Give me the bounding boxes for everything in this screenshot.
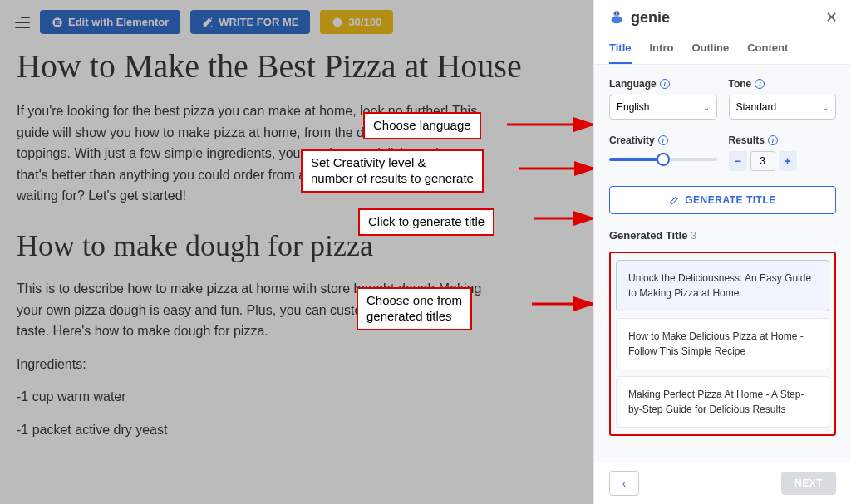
gauge-icon xyxy=(332,17,343,28)
decrement-button[interactable]: − xyxy=(729,151,747,171)
post-title[interactable]: How to Make the Best Pizza at House xyxy=(17,47,577,86)
language-field: Languagei English⌄ xyxy=(609,78,717,120)
slider-thumb[interactable] xyxy=(657,153,670,166)
button-label: WRITE FOR ME xyxy=(219,16,298,28)
generated-title-heading: Generated Title 3 xyxy=(609,229,836,242)
creativity-label: Creativityi xyxy=(609,135,717,146)
back-button[interactable]: ‹ xyxy=(609,471,639,496)
post-heading-2[interactable]: How to make dough for pizza xyxy=(17,228,577,263)
info-icon[interactable]: i xyxy=(660,79,670,89)
paragraph[interactable]: -1 cup warm water xyxy=(17,386,482,408)
creativity-field: Creativityi xyxy=(609,135,717,171)
close-button[interactable]: ✕ xyxy=(825,8,838,27)
svg-point-12 xyxy=(614,13,616,15)
chevron-down-icon: ⌄ xyxy=(822,103,829,112)
editor-toolbar: Edit with Elementor WRITE FOR ME 30/100 xyxy=(0,0,593,44)
svg-rect-2 xyxy=(57,20,60,21)
svg-rect-4 xyxy=(57,23,60,24)
generate-title-button[interactable]: GENERATE TITLE xyxy=(609,186,836,214)
language-label: Languagei xyxy=(609,78,717,90)
post-content: How to Make the Best Pizza at House If y… xyxy=(0,44,593,469)
tone-field: Tonei Standard⌄ xyxy=(729,78,837,120)
creativity-slider[interactable] xyxy=(609,151,717,168)
elementor-icon xyxy=(52,17,63,28)
paragraph[interactable]: Ingredients: xyxy=(17,354,482,375)
svg-rect-1 xyxy=(55,20,57,25)
info-icon[interactable]: i xyxy=(755,79,765,89)
genie-sidebar: genie ✕ Title Intro Outline Content Lang… xyxy=(593,0,851,504)
magic-wand-icon xyxy=(669,195,680,206)
chevron-down-icon: ⌄ xyxy=(703,103,710,112)
button-label: 30/100 xyxy=(348,16,381,28)
paragraph[interactable]: -1 packet active dry yeast xyxy=(17,419,482,441)
edit-elementor-button[interactable]: Edit with Elementor xyxy=(40,10,180,34)
info-icon[interactable]: i xyxy=(768,135,778,145)
close-icon: ✕ xyxy=(825,9,838,26)
genie-logo: genie xyxy=(608,8,670,27)
results-field: Resultsi − 3 + xyxy=(729,135,837,171)
language-select[interactable]: English⌄ xyxy=(609,95,717,120)
sidebar-header: genie ✕ xyxy=(594,0,851,32)
score-button[interactable]: 30/100 xyxy=(320,10,393,34)
magic-wand-icon xyxy=(202,17,214,28)
results-label: Resultsi xyxy=(729,135,837,146)
svg-point-13 xyxy=(617,13,619,15)
paragraph[interactable]: This is to describe how to make pizza at… xyxy=(17,278,482,342)
tab-content[interactable]: Content xyxy=(747,42,788,64)
increment-button[interactable]: + xyxy=(779,151,797,171)
paragraph[interactable]: If you're looking for the best pizza you… xyxy=(17,100,482,207)
genie-logo-icon xyxy=(608,8,626,27)
tab-intro[interactable]: Intro xyxy=(650,42,674,64)
button-label: Edit with Elementor xyxy=(68,16,169,28)
chevron-left-icon: ‹ xyxy=(622,477,627,490)
tab-title[interactable]: Title xyxy=(609,42,632,64)
sidebar-tabs: Title Intro Outline Content xyxy=(594,32,851,65)
sidebar-panel: Languagei English⌄ Tonei Standard⌄ Creat… xyxy=(594,65,851,462)
generated-title-option[interactable]: How to Make Delicious Pizza at Home - Fo… xyxy=(616,318,829,369)
tab-outline[interactable]: Outline xyxy=(691,42,729,64)
generated-title-option[interactable]: Unlock the Deliciousness: An Easy Guide … xyxy=(616,260,829,311)
generated-title-option[interactable]: Making Perfect Pizza At Home - A Step-by… xyxy=(616,376,829,428)
generated-titles-list: Unlock the Deliciousness: An Easy Guide … xyxy=(609,252,836,436)
tone-select[interactable]: Standard⌄ xyxy=(729,95,837,120)
svg-point-10 xyxy=(612,16,622,23)
results-value[interactable]: 3 xyxy=(750,151,775,171)
menu-toggle-icon[interactable] xyxy=(15,17,30,28)
tone-label: Tonei xyxy=(729,78,837,90)
sidebar-footer: ‹ NEXT xyxy=(594,462,851,504)
info-icon[interactable]: i xyxy=(658,135,668,145)
results-stepper: − 3 + xyxy=(729,151,837,171)
write-for-me-button[interactable]: WRITE FOR ME xyxy=(190,10,310,34)
svg-rect-3 xyxy=(57,22,60,22)
next-button[interactable]: NEXT xyxy=(781,472,836,495)
editor-main: Edit with Elementor WRITE FOR ME 30/100 … xyxy=(0,0,593,504)
